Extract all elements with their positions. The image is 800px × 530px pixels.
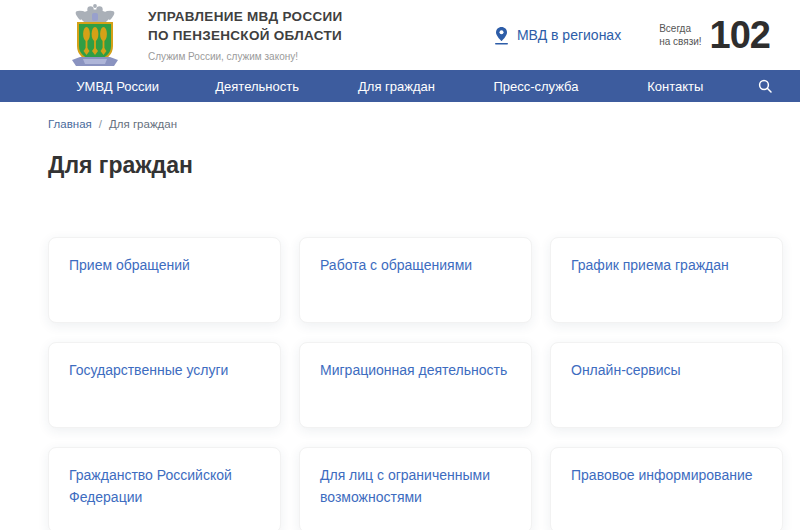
page-title: Для граждан [48, 152, 783, 179]
card-label: Государственные услуги [69, 360, 260, 382]
services-grid: Прием обращений Работа с обращениями Гра… [48, 237, 783, 530]
card-gosudarstvennye-uslugi[interactable]: Государственные услуги [48, 342, 281, 428]
nav-item-umvd-rossii[interactable]: УМВД России [48, 70, 187, 102]
org-title-block: УПРАВЛЕНИЕ МВД РОССИИ ПО ПЕНЗЕНСКОЙ ОБЛА… [148, 8, 342, 61]
breadcrumb-current: Для граждан [109, 118, 177, 130]
card-pravovoe-informirovanie[interactable]: Правовое информирование [550, 447, 783, 530]
search-icon [758, 79, 772, 93]
breadcrumb: Главная / Для граждан [48, 118, 783, 130]
nav-item-deyatelnost[interactable]: Деятельность [187, 70, 326, 102]
emblem-graphic [60, 3, 130, 67]
card-label: Работа с обращениями [320, 255, 511, 277]
regions-link[interactable]: МВД в регионах [494, 26, 621, 45]
breadcrumb-separator: / [99, 118, 102, 130]
nav-item-dlya-grazhdan[interactable]: Для граждан [327, 70, 466, 102]
main-content: Главная / Для граждан Для граждан Прием … [0, 118, 800, 530]
org-title-line2: ПО ПЕНЗЕНСКОЙ ОБЛАСТИ [148, 27, 342, 45]
main-nav: УМВД России Деятельность Для граждан Пре… [0, 70, 800, 102]
header-right: МВД в регионах Всегда на связи! 102 [494, 16, 784, 54]
site-header: УПРАВЛЕНИЕ МВД РОССИИ ПО ПЕНЗЕНСКОЙ ОБЛА… [0, 0, 800, 70]
org-title-line1: УПРАВЛЕНИЕ МВД РОССИИ [148, 8, 342, 26]
card-label: Прием обращений [69, 255, 260, 277]
location-pin-icon [494, 26, 509, 45]
emergency-phone: 102 [710, 16, 770, 54]
card-label: График приема граждан [571, 255, 762, 277]
org-slogan: Служим России, служим закону! [148, 51, 342, 62]
always-line1: Всегда [659, 22, 701, 36]
card-ogranichennye-vozmozhnosti[interactable]: Для лиц с ограниченными возможностями [299, 447, 532, 530]
always-line2: на связи! [659, 35, 701, 49]
card-label: Онлайн-сервисы [571, 360, 762, 382]
card-grafik-priema-grazhdan[interactable]: График приема граждан [550, 237, 783, 323]
breadcrumb-home[interactable]: Главная [48, 118, 92, 130]
card-label: Миграционная деятельность [320, 360, 511, 382]
card-grazhdanstvo-rf[interactable]: Гражданство Российской Федерации [48, 447, 281, 530]
regions-link-label: МВД в регионах [517, 27, 621, 43]
card-label: Для лиц с ограниченными возможностями [320, 465, 511, 508]
card-migratsionnaya-deyatelnost[interactable]: Миграционная деятельность [299, 342, 532, 428]
card-priem-obrashcheniy[interactable]: Прием обращений [48, 237, 281, 323]
search-button[interactable] [745, 70, 785, 102]
card-label: Правовое информирование [571, 465, 762, 487]
card-label: Гражданство Российской Федерации [69, 465, 260, 508]
nav-item-kontakty[interactable]: Контакты [606, 70, 745, 102]
always-in-touch: Всегда на связи! [659, 22, 701, 49]
card-rabota-s-obrashcheniyami[interactable]: Работа с обращениями [299, 237, 532, 323]
nav-item-press-sluzhba[interactable]: Пресс-служба [466, 70, 605, 102]
card-onlayn-servisy[interactable]: Онлайн-сервисы [550, 342, 783, 428]
mvd-penza-emblem-icon[interactable] [60, 3, 130, 67]
